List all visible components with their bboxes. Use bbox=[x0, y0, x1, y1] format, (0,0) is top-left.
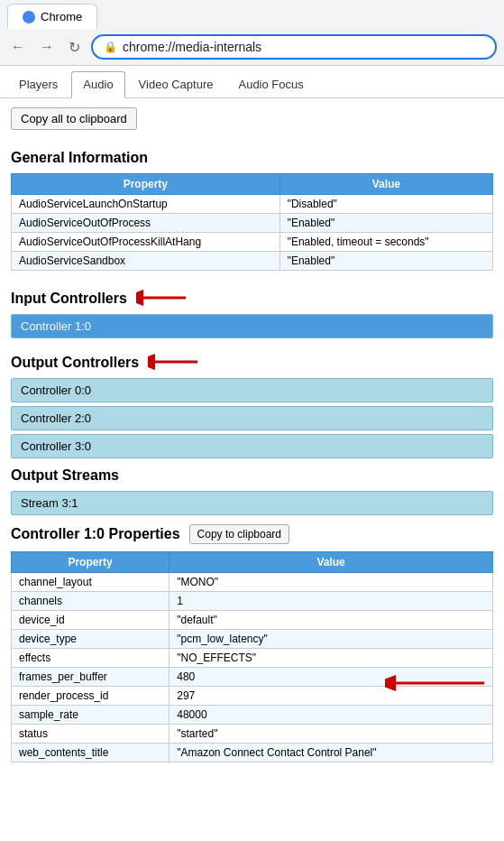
controller-props-table: Property Value channel_layout"MONO"chann… bbox=[11, 551, 493, 762]
property-cell: AudioServiceOutOfProcess bbox=[12, 214, 280, 233]
property-cell: AudioServiceSandbox bbox=[12, 252, 280, 271]
output-streams-heading: Output Streams bbox=[11, 467, 493, 484]
table-row: web_contents_title"Amazon Connect Contac… bbox=[12, 744, 493, 762]
output-controllers-arrow bbox=[148, 348, 202, 375]
value-cell: "MONO" bbox=[170, 573, 493, 592]
table-row: effects"NO_EFFECTS" bbox=[12, 649, 493, 668]
value-cell: "pcm_low_latency" bbox=[170, 630, 493, 649]
value-cell: "Enabled, timeout = seconds" bbox=[279, 233, 492, 252]
value-cell: 48000 bbox=[170, 706, 493, 725]
value-cell: "started" bbox=[170, 725, 493, 744]
table-row: AudioServiceOutOfProcess"Enabled" bbox=[12, 214, 493, 233]
back-button[interactable]: ← bbox=[7, 37, 29, 57]
table-row: status"started" bbox=[12, 725, 493, 744]
property-cell: device_id bbox=[12, 611, 170, 630]
property-cell: status bbox=[12, 725, 170, 744]
url-text: chrome://media-internals bbox=[123, 40, 484, 54]
general-table-value-header: Value bbox=[279, 174, 492, 195]
value-cell: "Enabled" bbox=[279, 214, 492, 233]
tab-bar: Chrome bbox=[0, 0, 504, 29]
tab-title: Chrome bbox=[41, 10, 82, 23]
page-content: Copy all to clipboard General Informatio… bbox=[0, 98, 504, 782]
property-cell: AudioServiceLaunchOnStartup bbox=[12, 195, 280, 214]
table-row: sample_rate48000 bbox=[12, 706, 493, 725]
props-table-value-header: Value bbox=[170, 552, 493, 573]
table-row: device_id"default" bbox=[12, 611, 493, 630]
props-table-property-header: Property bbox=[12, 552, 170, 573]
controller-item[interactable]: Controller 1:0 bbox=[11, 314, 493, 338]
value-cell: "Disabled" bbox=[279, 195, 492, 214]
general-info-table: Property Value AudioServiceLaunchOnStart… bbox=[11, 173, 493, 271]
value-cell: "default" bbox=[170, 611, 493, 630]
property-cell: render_process_id bbox=[12, 687, 170, 706]
table-row: AudioServiceLaunchOnStartup"Disabled" bbox=[12, 195, 493, 214]
input-controllers-header: Input Controllers bbox=[11, 282, 493, 314]
value-cell: "Amazon Connect Contact Control Panel" bbox=[170, 744, 493, 762]
chrome-icon bbox=[23, 11, 35, 23]
property-cell: sample_rate bbox=[12, 706, 170, 725]
value-cell: "Enabled" bbox=[279, 252, 492, 271]
output-controllers-heading: Output Controllers bbox=[11, 355, 139, 371]
output-controllers-section: Output Controllers Controller 0:0Control… bbox=[11, 346, 493, 458]
stream-item[interactable]: Stream 3:1 bbox=[11, 491, 493, 515]
general-info-heading: General Information bbox=[11, 150, 493, 166]
address-bar[interactable]: 🔒 chrome://media-internals bbox=[91, 34, 497, 60]
reload-button[interactable]: ↻ bbox=[65, 37, 84, 58]
controller-item[interactable]: Controller 2:0 bbox=[11, 406, 493, 430]
browser-tab[interactable]: Chrome bbox=[7, 4, 97, 29]
controller-props-heading: Controller 1:0 Properties bbox=[11, 526, 180, 542]
table-row: device_type"pcm_low_latency" bbox=[12, 630, 493, 649]
tab-audio-focus[interactable]: Audio Focus bbox=[226, 71, 315, 97]
controller-item[interactable]: Controller 3:0 bbox=[11, 434, 493, 458]
browser-chrome: Chrome ← → ↻ 🔒 chrome://media-internals bbox=[0, 0, 504, 66]
property-cell: channel_layout bbox=[12, 573, 170, 592]
controller-item[interactable]: Controller 0:0 bbox=[11, 378, 493, 402]
forward-button[interactable]: → bbox=[36, 37, 58, 57]
table-row: AudioServiceOutOfProcessKillAtHang"Enabl… bbox=[12, 233, 493, 252]
value-cell: "NO_EFFECTS" bbox=[170, 649, 493, 668]
property-cell: device_type bbox=[12, 630, 170, 649]
sample-rate-arrow bbox=[385, 670, 493, 697]
copy-all-button[interactable]: Copy all to clipboard bbox=[11, 107, 137, 130]
input-controllers-arrow bbox=[136, 284, 190, 311]
table-row: AudioServiceSandbox"Enabled" bbox=[12, 252, 493, 271]
copy-to-clipboard-button[interactable]: Copy to clipboard bbox=[189, 524, 289, 544]
table-row: channels1 bbox=[12, 592, 493, 611]
tab-video-capture[interactable]: Video Capture bbox=[127, 71, 225, 97]
property-cell: channels bbox=[12, 592, 170, 611]
value-cell: 1 bbox=[170, 592, 493, 611]
input-controllers-section: Input Controllers Controller 1:0 bbox=[11, 282, 493, 338]
property-cell: web_contents_title bbox=[12, 744, 170, 762]
property-cell: frames_per_buffer bbox=[12, 668, 170, 687]
general-table-property-header: Property bbox=[12, 174, 280, 195]
browser-toolbar: ← → ↻ 🔒 chrome://media-internals bbox=[0, 29, 504, 65]
input-controllers-heading: Input Controllers bbox=[11, 291, 127, 307]
table-row: channel_layout"MONO" bbox=[12, 573, 493, 592]
output-controllers-header: Output Controllers bbox=[11, 346, 493, 378]
property-cell: effects bbox=[12, 649, 170, 668]
page-nav-tabs: Players Audio Video Capture Audio Focus bbox=[0, 66, 504, 98]
controller-props-header: Controller 1:0 Properties Copy to clipbo… bbox=[11, 524, 493, 544]
tab-audio[interactable]: Audio bbox=[71, 71, 124, 98]
property-cell: AudioServiceOutOfProcessKillAtHang bbox=[12, 233, 280, 252]
secure-icon: 🔒 bbox=[104, 41, 117, 53]
tab-players[interactable]: Players bbox=[7, 71, 69, 97]
output-streams-section: Output Streams Stream 3:1 bbox=[11, 467, 493, 515]
